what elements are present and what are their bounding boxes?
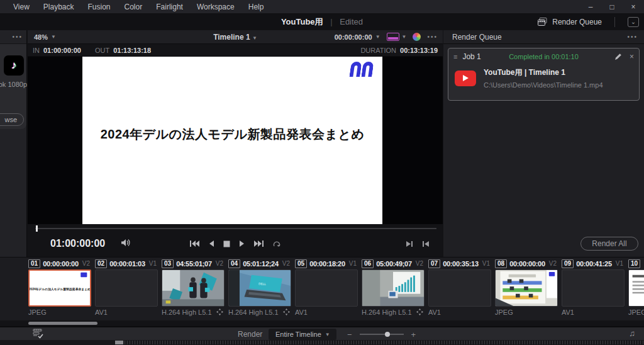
render-range-dropdown[interactable]: Entire Timeline ▼ — [269, 329, 336, 340]
close-button[interactable]: × — [623, 3, 644, 11]
stop-button[interactable] — [223, 240, 230, 247]
clip-thumbnail[interactable] — [95, 269, 158, 307]
clip-header: 06 05:00:49;07 V2 — [362, 257, 425, 269]
clip-cell-01[interactable]: 01 00:00:00:00 V2 2024年デルの法人モデル新製品発表会まとめ… — [28, 257, 95, 320]
browse-button[interactable]: wse — [0, 113, 24, 126]
clip-track-label: V2 — [416, 260, 423, 267]
clip-format-label: AV1 — [95, 308, 108, 316]
clip-header: 10 — [628, 257, 644, 269]
clip-format-row: AV1 — [95, 307, 158, 318]
toolbar-divider — [614, 17, 615, 27]
clip-timecode: 00:00:35:13 — [443, 260, 479, 268]
menu-item-view[interactable]: View — [6, 3, 36, 11]
clip-header: 01 00:00:00:00 V2 — [28, 257, 91, 269]
clip-track-label: V1 — [616, 260, 623, 267]
clip-thumbnail[interactable] — [362, 269, 425, 307]
panel-visibility-checkbox[interactable]: ⌄ — [628, 17, 639, 27]
render-job-card[interactable]: ≡ Job 1 Completed in 00:01:10 × YouTube用… — [448, 48, 640, 101]
job-output-path: C:\Users\Demo\Videos\Timeline 1.mp4 — [484, 81, 603, 89]
maximize-button[interactable]: □ — [601, 3, 623, 11]
clip-cell-05[interactable]: 05 00:00:18:20 V1 AV1 — [295, 257, 362, 320]
menu-item-fusion[interactable]: Fusion — [81, 3, 118, 11]
render-checklist-icon[interactable] — [33, 329, 45, 341]
timeline-clips-strip: 01 00:00:00:00 V2 2024年デルの法人モデル新製品発表会まとめ… — [0, 257, 644, 320]
clip-header: 04 05:01:12;24 V2 — [228, 257, 291, 269]
menu-item-fairlight[interactable]: Fairlight — [149, 3, 190, 11]
video-preview-area[interactable]: 2024年デルの法人モデル新製品発表会まとめ — [28, 57, 443, 224]
clip-cell-09[interactable]: 09 00:00:41:25 V1 AV1 — [562, 257, 628, 320]
go-to-start-button[interactable] — [190, 240, 199, 247]
duration-label: DURATION — [360, 47, 396, 54]
menu-item-help[interactable]: Help — [242, 3, 271, 11]
clip-header: 03 04:55:01;07 V2 — [162, 257, 225, 269]
job-title: YouTube用 | Timeline 1 — [484, 67, 603, 78]
render-queue-options-icon[interactable]: ••• — [627, 33, 638, 40]
render-queue-toggle-button[interactable]: Render Queue — [538, 17, 615, 27]
clip-cell-02[interactable]: 02 00:00:01:03 V1 AV1 — [95, 257, 162, 320]
clip-thumbnail[interactable] — [562, 269, 625, 307]
zoom-slider-handle[interactable] — [385, 332, 390, 337]
job-info: YouTube用 | Timeline 1 C:\Users\Demo\Vide… — [484, 67, 603, 89]
tiktok-preset-tile[interactable]: ♪ — [4, 55, 24, 76]
panel-options-icon[interactable]: ••• — [12, 33, 23, 40]
zoom-out-icon[interactable]: − — [347, 330, 352, 339]
playhead-handle[interactable] — [36, 225, 38, 232]
ruler-scroll-handle[interactable] — [115, 341, 123, 344]
clip-number: 05 — [295, 259, 307, 268]
clip-format-label: JPEG — [628, 308, 644, 316]
remove-job-icon[interactable]: × — [630, 52, 634, 61]
timeline-select[interactable]: Timeline 1 ▼ — [28, 33, 443, 42]
video-frame-slide: 2024年デルの法人モデル新製品発表会まとめ — [82, 57, 382, 224]
audio-mixer-icon[interactable]: ♫ — [629, 329, 635, 338]
clips-horizontal-scrollbar[interactable] — [28, 322, 97, 325]
clip-cell-10[interactable]: 10 JPEG — [628, 257, 644, 320]
menu-item-color[interactable]: Color — [118, 3, 150, 11]
timeline-zoom-control: − + — [347, 327, 416, 341]
clip-thumbnail[interactable] — [628, 269, 644, 307]
clip-thumbnail[interactable] — [295, 269, 358, 307]
clip-thumbnail[interactable]: 2024年デルの法人モデル新製品発表会まとめ — [28, 269, 91, 307]
clip-thumbnail[interactable] — [428, 269, 491, 307]
clip-thumbnail[interactable]: DELL — [228, 269, 291, 307]
clip-format-label: JPEG — [28, 308, 47, 316]
out-timecode[interactable]: 01:13:13:18 — [113, 47, 151, 54]
in-timecode[interactable]: 01:00:00:00 — [43, 47, 81, 54]
svg-text:DELL: DELL — [258, 282, 266, 286]
clip-timecode: 05:00:49;07 — [376, 260, 412, 268]
clip-track-label: V2 — [549, 260, 557, 267]
clip-thumbnail[interactable] — [162, 269, 225, 307]
company-logo — [350, 62, 374, 77]
edit-pencil-icon[interactable] — [614, 53, 622, 60]
clip-cell-04[interactable]: 04 05:01:12;24 V2 DELL H.264 High L5.1 — [228, 257, 295, 320]
clip-cell-08[interactable]: 08 00:00:00:00 V2 JPEG — [495, 257, 562, 320]
zoom-slider-track[interactable] — [360, 334, 404, 335]
menu-bar: View Playback Fusion Color Fairlight Wor… — [0, 0, 644, 13]
clip-number: 08 — [495, 259, 507, 268]
transform-badge-icon — [416, 308, 423, 315]
play-to-out-button[interactable] — [422, 240, 429, 247]
scrubber-track[interactable] — [35, 228, 436, 229]
clip-cell-03[interactable]: 03 04:55:01;07 V2 H.264 High L5.1 — [162, 257, 228, 320]
viewer-scrubber[interactable] — [28, 224, 443, 233]
clip-format-row: H.264 High L5.1 — [162, 307, 225, 318]
clip-format-label: AV1 — [562, 308, 574, 316]
clip-number: 06 — [362, 259, 374, 268]
menu-item-workspace[interactable]: Workspace — [190, 3, 242, 11]
clip-format-row: JPEG — [28, 307, 91, 318]
in-label: IN — [33, 47, 40, 54]
menu-item-playback[interactable]: Playback — [36, 3, 81, 11]
loop-button[interactable] — [272, 240, 281, 248]
step-back-button[interactable] — [208, 240, 214, 247]
minimize-button[interactable]: – — [580, 3, 601, 11]
render-all-button[interactable]: Render All — [580, 237, 638, 251]
timeline-mini-ruler[interactable] — [0, 340, 644, 345]
clip-cell-07[interactable]: 07 00:00:35:13 V1 AV1 — [428, 257, 495, 320]
zoom-in-icon[interactable]: + — [411, 330, 416, 339]
clip-cell-06[interactable]: 06 05:00:49;07 V2 H.264 High L5.1 — [362, 257, 428, 320]
play-to-in-button[interactable] — [406, 240, 413, 247]
transport-buttons — [28, 240, 443, 248]
go-to-end-button[interactable] — [254, 240, 264, 247]
clip-thumbnail[interactable] — [495, 269, 558, 307]
clip-number: 09 — [562, 259, 574, 268]
play-button[interactable] — [239, 240, 245, 247]
